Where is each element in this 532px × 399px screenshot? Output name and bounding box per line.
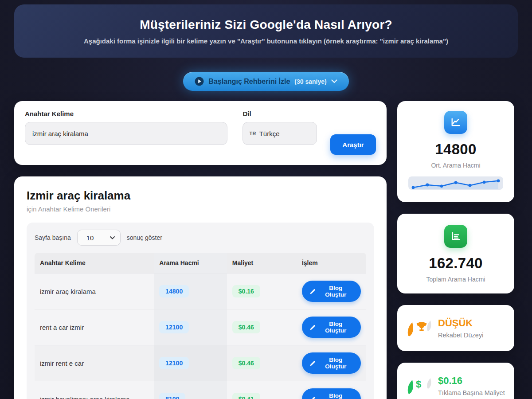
page-subtitle: Aşağıdaki forma işinizle ilgili bir keli… bbox=[84, 37, 448, 45]
search-button[interactable]: Araştır bbox=[330, 134, 376, 155]
results-table-panel: Sayfa başına 10 sonuç göster Anahtar Kel… bbox=[27, 223, 374, 399]
create-blog-button[interactable]: Blog Oluştur bbox=[302, 352, 361, 374]
results-title: Izmir araç kiralama bbox=[27, 189, 374, 203]
chevron-down-icon bbox=[331, 79, 337, 83]
page-size-prefix: Sayfa başına bbox=[35, 234, 71, 241]
line-chart-icon bbox=[444, 111, 467, 134]
table-header-row: Anahtar Kelime Arama Hacmi Maliyet İşlem bbox=[35, 253, 366, 274]
guide-button-row: Başlangıç Rehberini İzle (30 saniye) bbox=[0, 72, 532, 91]
header-keyword[interactable]: Anahtar Kelime bbox=[35, 253, 154, 274]
results-subtitle: için Anahtar Kelime Önerileri bbox=[27, 205, 374, 213]
keyword-cell: izmir havalimanı araç kiralama bbox=[35, 381, 154, 399]
header-action: İşlem bbox=[297, 253, 366, 274]
volume-trend-sparkline bbox=[408, 176, 503, 192]
volume-badge: 8100 bbox=[159, 393, 185, 399]
cpc-label: Tıklama Başına Maliyet bbox=[438, 389, 505, 396]
watch-guide-button[interactable]: Başlangıç Rehberini İzle (30 saniye) bbox=[183, 72, 348, 91]
page-title: Müşterileriniz Sizi Google'da Nasıl Arıy… bbox=[140, 18, 392, 32]
cost-badge: $0.41 bbox=[232, 393, 260, 399]
guide-button-label: Başlangıç Rehberini İzle bbox=[208, 78, 290, 86]
volume-badge: 12100 bbox=[159, 357, 189, 369]
cpc-text: $0.16 Tıklama Başına Maliyet bbox=[438, 375, 505, 396]
competition-label: Rekabet Düzeyi bbox=[438, 332, 483, 339]
bar-chart-icon bbox=[444, 225, 467, 248]
cost-badge: $0.16 bbox=[232, 285, 260, 297]
trophy-icon bbox=[406, 317, 432, 339]
dollar-icon: $ bbox=[406, 375, 432, 396]
volume-badge: 12100 bbox=[159, 321, 189, 333]
language-selected-value: Türkçe bbox=[259, 130, 280, 137]
avg-volume-label: Ort. Arama Hacmi bbox=[431, 162, 480, 169]
total-volume-card: 162.740 Toplam Arama Hacmi bbox=[397, 214, 514, 293]
competition-value: DÜŞÜK bbox=[438, 317, 483, 329]
table-row: rent a car izmir 12100 $0.46 Blog Oluştu… bbox=[35, 309, 366, 345]
create-blog-button[interactable]: Blog Oluştur bbox=[302, 317, 361, 338]
table-row: izmir havalimanı araç kiralama 8100 $0.4… bbox=[35, 381, 366, 399]
pencil-icon bbox=[309, 325, 315, 330]
guide-button-duration: (30 saniye) bbox=[294, 78, 326, 85]
hero-banner: Müşterileriniz Sizi Google'da Nasıl Arıy… bbox=[14, 4, 518, 58]
results-card: Izmir araç kiralama için Anahtar Kelime … bbox=[14, 176, 387, 399]
header-cost[interactable]: Maliyet bbox=[227, 253, 297, 274]
cpc-card: $ $0.16 Tıklama Başına Maliyet bbox=[397, 363, 514, 399]
chevron-down-icon bbox=[110, 236, 115, 239]
keyword-field-group: Anahtar Kelime bbox=[25, 110, 227, 156]
volume-badge: 14800 bbox=[159, 285, 189, 297]
competition-text: DÜŞÜK Rekabet Düzeyi bbox=[438, 317, 483, 339]
create-blog-button[interactable]: Blog Oluştur bbox=[302, 388, 361, 399]
language-select[interactable]: TR Türkçe bbox=[243, 122, 317, 145]
left-column: Anahtar Kelime Dil TR Türkçe Araştır Izm… bbox=[14, 101, 387, 399]
avg-volume-card: 14800 Ort. Arama Hacmi bbox=[397, 101, 514, 202]
page-size-value: 10 bbox=[86, 234, 94, 242]
avg-volume-value: 14800 bbox=[435, 141, 476, 158]
language-label: Dil bbox=[243, 110, 317, 117]
total-volume-label: Toplam Arama Hacmi bbox=[426, 276, 485, 283]
keyword-table: Anahtar Kelime Arama Hacmi Maliyet İşlem… bbox=[35, 253, 366, 399]
keyword-cell: izmir araç kiralama bbox=[35, 274, 154, 309]
keyword-label: Anahtar Kelime bbox=[25, 110, 227, 117]
language-country-tag: TR bbox=[249, 131, 256, 136]
cost-badge: $0.46 bbox=[232, 321, 260, 333]
keyword-cell: izmir rent e car bbox=[35, 345, 154, 381]
table-row: izmir araç kiralama 14800 $0.16 Blog Olu… bbox=[35, 274, 366, 309]
table-row: izmir rent e car 12100 $0.46 Blog Oluştu… bbox=[35, 345, 366, 381]
stats-sidebar: 14800 Ort. Arama Hacmi 162.740 Toplam Ar… bbox=[397, 101, 514, 399]
cost-badge: $0.46 bbox=[232, 357, 260, 369]
total-volume-value: 162.740 bbox=[429, 255, 482, 272]
cpc-value: $0.16 bbox=[438, 375, 505, 387]
pencil-icon bbox=[309, 396, 315, 399]
keyword-input[interactable] bbox=[25, 122, 227, 145]
page-size-suffix: sonuç göster bbox=[127, 234, 162, 241]
pencil-icon bbox=[309, 289, 315, 294]
language-field-group: Dil TR Türkçe bbox=[243, 110, 317, 156]
page-size-select[interactable]: 10 bbox=[77, 230, 121, 246]
keyword-cell: rent a car izmir bbox=[35, 309, 154, 345]
competition-card: DÜŞÜK Rekabet Düzeyi bbox=[397, 305, 514, 351]
main-content: Anahtar Kelime Dil TR Türkçe Araştır Izm… bbox=[14, 101, 518, 399]
play-icon bbox=[195, 77, 204, 86]
page-size-controls: Sayfa başına 10 sonuç göster bbox=[35, 230, 366, 246]
search-form-card: Anahtar Kelime Dil TR Türkçe Araştır bbox=[14, 101, 387, 165]
pencil-icon bbox=[309, 360, 315, 366]
header-volume[interactable]: Arama Hacmi bbox=[154, 253, 227, 274]
create-blog-button[interactable]: Blog Oluştur bbox=[302, 281, 361, 302]
